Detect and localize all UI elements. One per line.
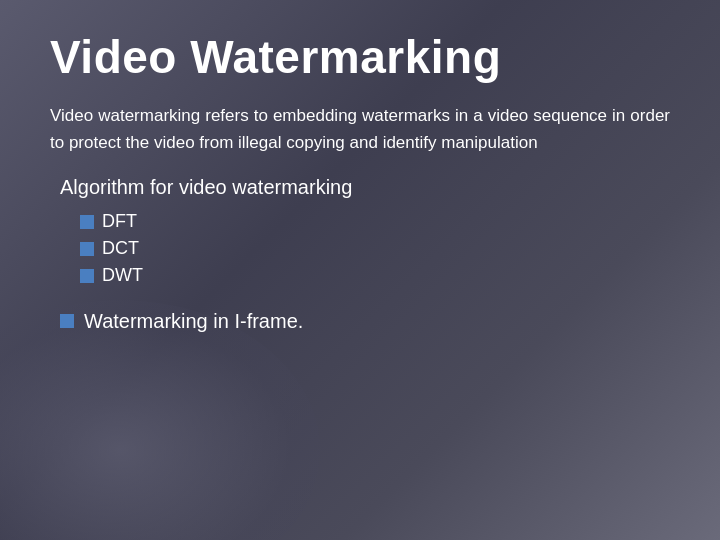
slide-title: Video Watermarking xyxy=(50,30,670,84)
watermarking-label: Watermarking in I-frame. xyxy=(84,310,303,333)
list-item-label: DCT xyxy=(102,238,139,259)
list-item-label: DFT xyxy=(102,211,137,232)
slide-content: Video Watermarking Video watermarking re… xyxy=(0,0,720,363)
bullet-square-main-icon xyxy=(60,314,74,328)
list-item: DCT xyxy=(80,238,670,259)
bullet-square-icon xyxy=(80,269,94,283)
algorithm-list: DFT DCT DWT xyxy=(80,211,670,286)
list-item: DFT xyxy=(80,211,670,232)
list-item: DWT xyxy=(80,265,670,286)
intro-paragraph: Video watermarking refers to embedding w… xyxy=(50,102,670,156)
watermarking-item: Watermarking in I-frame. xyxy=(60,310,670,333)
bullet-square-icon xyxy=(80,215,94,229)
algorithm-heading: Algorithm for video watermarking xyxy=(60,176,670,199)
list-item-label: DWT xyxy=(102,265,143,286)
bullet-square-icon xyxy=(80,242,94,256)
